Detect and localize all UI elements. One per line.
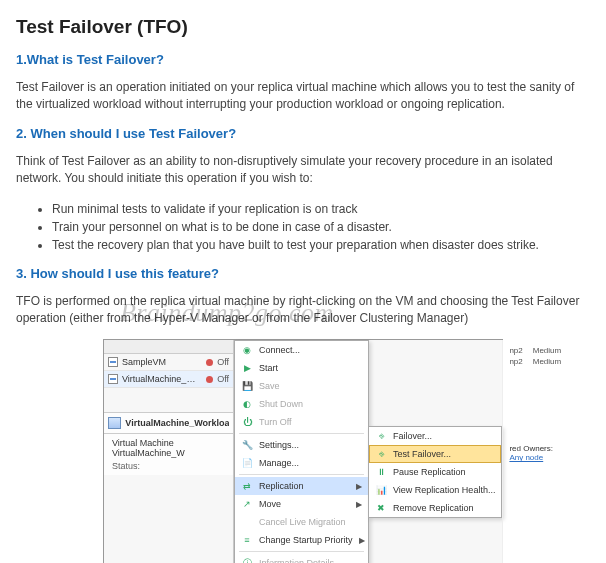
state-dot-icon <box>206 359 213 366</box>
vm-list-panel: SampleVM Off VirtualMachine_Workload Off… <box>104 340 234 563</box>
submenu-pause-replication[interactable]: ⏸Pause Replication <box>369 463 501 481</box>
role-name: VirtualMachine_Workload <box>125 418 229 428</box>
menu-save: 💾Save <box>235 377 368 395</box>
test-failover-icon: ⎆ <box>375 448 387 460</box>
menu-shutdown: ◐Shut Down <box>235 395 368 413</box>
state-dot-icon <box>206 376 213 383</box>
submenu-test-failover[interactable]: ⎆Test Failover... <box>369 445 501 463</box>
vm-state: Off <box>217 357 229 367</box>
role-subpanel-prefix: Virtual Machine <box>112 438 174 448</box>
menu-move[interactable]: ↗Move▶ <box>235 495 368 513</box>
page-title: Test Failover (TFO) <box>16 16 590 38</box>
priority-icon: ≡ <box>241 534 253 546</box>
owners-label: red Owners: <box>509 444 553 453</box>
q2-body: Think of Test Failover as an ability to … <box>16 153 590 188</box>
status-label: Status: <box>112 461 225 471</box>
replication-submenu: ⎆Failover... ⎆Test Failover... ⏸Pause Re… <box>368 426 502 518</box>
q2-bullet: Test the recovery plan that you have bui… <box>52 236 590 254</box>
q2-heading: 2. When should I use Test Failover? <box>16 126 590 141</box>
manage-icon: 📄 <box>241 457 253 469</box>
menu-settings[interactable]: 🔧Settings... <box>235 436 368 454</box>
menu-info-details: ⓘInformation Details... <box>235 554 368 563</box>
turnoff-icon: ⏻ <box>241 416 253 428</box>
q2-bullet: Train your personnel on what is to be do… <box>52 218 590 236</box>
hdr-cell: Medium <box>533 346 561 355</box>
role-details-panel: VirtualMachine_Workload <box>104 412 233 433</box>
vm-state: Off <box>217 374 229 384</box>
menu-connect[interactable]: ◉Connect... <box>235 341 368 359</box>
right-column: np2Medium np2Medium red Owners: Any node <box>502 340 567 563</box>
pause-icon: ⏸ <box>375 466 387 478</box>
chevron-right-icon: ▶ <box>356 482 362 491</box>
q2-bullet: Run minimal tests to validate if your re… <box>52 200 590 218</box>
shutdown-icon: ◐ <box>241 398 253 410</box>
q3-body: TFO is performed on the replica virtual … <box>16 293 590 328</box>
start-icon: ▶ <box>241 362 253 374</box>
vm-row[interactable]: VirtualMachine_Workload Off <box>104 371 233 388</box>
vm-row[interactable]: SampleVM Off <box>104 354 233 371</box>
vm-name: SampleVM <box>122 357 202 367</box>
move-icon: ↗ <box>241 498 253 510</box>
failover-icon: ⎆ <box>375 430 387 442</box>
settings-icon: 🔧 <box>241 439 253 451</box>
remove-icon: ✖ <box>375 502 387 514</box>
submenu-remove-replication[interactable]: ✖Remove Replication <box>369 499 501 517</box>
q1-body: Test Failover is an operation initiated … <box>16 79 590 114</box>
menu-manage[interactable]: 📄Manage... <box>235 454 368 472</box>
menu-replication[interactable]: ⇄Replication▶ <box>235 477 368 495</box>
screenshot-cluster-manager: SampleVM Off VirtualMachine_Workload Off… <box>16 339 590 563</box>
replication-icon: ⇄ <box>241 480 253 492</box>
menu-change-priority[interactable]: ≡Change Startup Priority▶ <box>235 531 368 549</box>
menu-start[interactable]: ▶Start <box>235 359 368 377</box>
q1-heading: 1.What is Test Failover? <box>16 52 590 67</box>
chevron-right-icon: ▶ <box>359 536 365 545</box>
q3-heading: 3. How should I use this feature? <box>16 266 590 281</box>
q2-bullet-list: Run minimal tests to validate if your re… <box>52 200 590 254</box>
hdr-cell: Medium <box>533 357 561 366</box>
role-subpanel-name: VirtualMachine_W <box>112 448 185 458</box>
hdr-cell: np2 <box>509 346 522 355</box>
health-icon: 📊 <box>375 484 387 496</box>
owners-link[interactable]: Any node <box>509 453 543 462</box>
hdr-cell: np2 <box>509 357 522 366</box>
vm-name: VirtualMachine_Workload <box>122 374 202 384</box>
chevron-right-icon: ▶ <box>356 500 362 509</box>
vm-icon <box>108 374 118 384</box>
menu-cancel-migration: Cancel Live Migration <box>235 513 368 531</box>
menu-turnoff: ⏻Turn Off <box>235 413 368 431</box>
save-icon: 💾 <box>241 380 253 392</box>
context-menu: ◉Connect... ▶Start 💾Save ◐Shut Down ⏻Tur… <box>234 340 369 563</box>
cancel-icon <box>241 516 253 528</box>
vm-icon <box>108 357 118 367</box>
role-subpanel: Virtual Machine VirtualMachine_W Status: <box>104 433 233 475</box>
submenu-view-health[interactable]: 📊View Replication Health... <box>369 481 501 499</box>
connect-icon: ◉ <box>241 344 253 356</box>
submenu-failover[interactable]: ⎆Failover... <box>369 427 501 445</box>
role-icon <box>108 417 121 429</box>
info-icon: ⓘ <box>241 557 253 563</box>
